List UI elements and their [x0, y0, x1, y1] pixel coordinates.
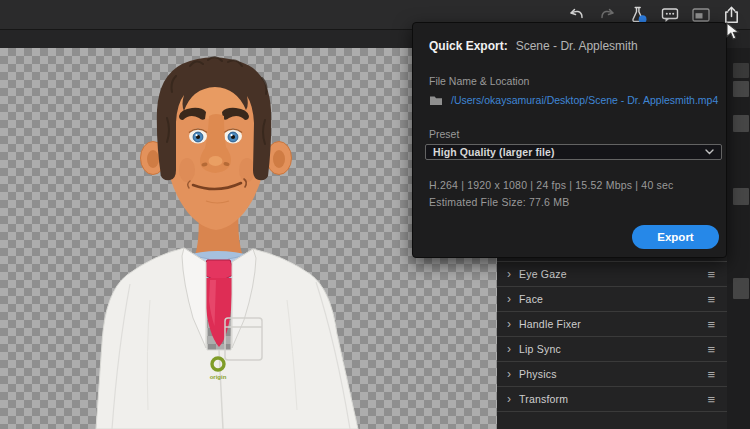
- preset-dropdown[interactable]: High Quality (larger file): [425, 144, 722, 160]
- menu-lines-icon[interactable]: ≡: [707, 268, 715, 281]
- strip-block: [733, 188, 749, 205]
- app-window: origin › Eye Gaze ≡ › Face ≡ › Handle Fi…: [0, 0, 750, 429]
- quick-export-title: Quick Export:: [429, 39, 508, 53]
- preset-dropdown-value: High Quality (larger file): [433, 146, 705, 158]
- property-label: Face: [519, 293, 707, 305]
- quick-export-title-row: Quick Export: Scene - Dr. Applesmith: [429, 39, 638, 53]
- estimated-file-size: Estimated File Size: 77.6 MB: [429, 196, 569, 208]
- export-info-line: H.264 | 1920 x 1080 | 24 fps | 15.52 Mbp…: [429, 179, 673, 191]
- menu-lines-icon[interactable]: ≡: [707, 293, 715, 306]
- preset-label: Preset: [429, 128, 459, 140]
- export-button[interactable]: Export: [632, 225, 719, 249]
- property-row-face[interactable]: › Face ≡: [497, 287, 727, 312]
- menu-lines-icon[interactable]: ≡: [707, 393, 715, 406]
- chevron-right-icon[interactable]: ›: [507, 318, 519, 330]
- file-path-row[interactable]: /Users/okaysamurai/Desktop/Scene - Dr. A…: [429, 94, 718, 106]
- property-label: Transform: [519, 393, 707, 405]
- chevron-right-icon[interactable]: ›: [507, 343, 519, 355]
- property-row-eye-gaze[interactable]: › Eye Gaze ≡: [497, 262, 727, 287]
- property-label: Physics: [519, 368, 707, 380]
- strip-block: [733, 115, 749, 132]
- quick-export-scene-name: Scene - Dr. Applesmith: [516, 39, 638, 53]
- property-label: Handle Fixer: [519, 318, 707, 330]
- right-scroll-strip[interactable]: [727, 48, 750, 429]
- file-path-link[interactable]: /Users/okaysamurai/Desktop/Scene - Dr. A…: [451, 94, 718, 106]
- strip-block: [733, 278, 749, 299]
- svg-text:origin: origin: [210, 374, 227, 380]
- property-label: Eye Gaze: [519, 268, 707, 280]
- strip-block: [733, 81, 749, 97]
- quick-export-popup: Quick Export: Scene - Dr. Applesmith Fil…: [412, 22, 727, 258]
- file-name-location-label: File Name & Location: [429, 75, 529, 87]
- menu-lines-icon[interactable]: ≡: [707, 318, 715, 331]
- property-row-transform[interactable]: › Transform ≡: [497, 387, 727, 412]
- strip-block: [733, 63, 749, 78]
- chevron-right-icon[interactable]: ›: [507, 368, 519, 380]
- property-row-physics[interactable]: › Physics ≡: [497, 362, 727, 387]
- property-row-handle-fixer[interactable]: › Handle Fixer ≡: [497, 312, 727, 337]
- chevron-right-icon[interactable]: ›: [507, 293, 519, 305]
- chevron-right-icon[interactable]: ›: [507, 393, 519, 405]
- menu-lines-icon[interactable]: ≡: [707, 343, 715, 356]
- property-row-lip-sync[interactable]: › Lip Sync ≡: [497, 337, 727, 362]
- chevron-down-icon: [705, 149, 714, 155]
- chevron-right-icon[interactable]: ›: [507, 268, 519, 280]
- folder-icon: [429, 95, 443, 106]
- property-label: Lip Sync: [519, 343, 707, 355]
- menu-lines-icon[interactable]: ≡: [707, 368, 715, 381]
